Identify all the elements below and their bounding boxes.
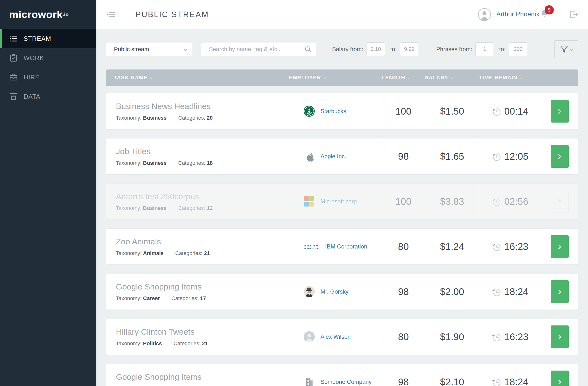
phrases-from-input[interactable] (475, 43, 494, 56)
employer-cell: Mr. Gorsky (289, 274, 382, 310)
time-remain-value: 02:56 (504, 196, 528, 207)
task-title: Job Titles (116, 147, 151, 156)
categories-label: Categories: (173, 341, 201, 346)
table-row: Google Shopping Items Taxonomy: Career C… (106, 273, 578, 310)
page-title: PUBLIC STREAM (135, 10, 209, 19)
employer-cell: Apple Inc. (289, 138, 382, 174)
open-task-button[interactable]: › (551, 100, 569, 123)
open-task-button[interactable]: › (551, 145, 569, 168)
taxonomy-value: Animals (143, 250, 164, 256)
task-meta: Taxonomy: Business Categories: 20 (116, 115, 213, 121)
taxonomy-label: Taxonomy: (116, 160, 142, 166)
employer-name[interactable]: IBM Corporation (325, 243, 367, 250)
column-time-remain[interactable]: TIME REMAIN▽ (479, 74, 541, 81)
taxonomy-value: Career (143, 295, 160, 301)
chevron-down-icon (184, 47, 188, 51)
sidebar-item-stream[interactable]: STREAM (0, 29, 96, 48)
task-title: Google Shopping Items (116, 282, 201, 292)
column-task-name[interactable]: TASK NAME▽ (106, 74, 289, 81)
logout-button[interactable] (559, 0, 588, 29)
salary-cell: $2.00 (425, 274, 479, 310)
action-cell: › (541, 138, 578, 174)
logout-icon (568, 9, 579, 20)
funnel-icon (560, 45, 568, 53)
column-length[interactable]: LENGTH▽ (382, 74, 425, 81)
length-cell: 98 (382, 364, 425, 386)
search-icon (305, 46, 311, 53)
sidebar-item-hire[interactable]: HIRE (0, 68, 96, 87)
categories-label: Categories: (175, 250, 202, 256)
salary-from-input[interactable] (367, 43, 385, 56)
task-cell: Anton's test 250corpus Taxonomy: Busines… (106, 183, 289, 219)
employer-name[interactable]: Microsoft corp. (320, 198, 358, 205)
task-meta: Taxonomy: Career Categories: 17 (116, 295, 206, 302)
salary-cell: $1.24 (425, 229, 479, 264)
collapse-sidebar-button[interactable] (96, 0, 125, 29)
filter-button[interactable] (554, 40, 578, 58)
user-name[interactable]: Arthur Phoenix (496, 11, 539, 18)
employer-cell: Starbucks (289, 93, 382, 129)
action-cell: × (541, 183, 578, 219)
task-title: Google Shopping Items (116, 372, 201, 382)
briefcase-icon (10, 73, 17, 81)
table-row: Google Shopping Items Taxonomy: IT Categ… (106, 364, 578, 386)
salary-cell: $3.83 (425, 183, 479, 219)
history-clock-icon (492, 107, 501, 116)
time-remain-value: 18:24 (504, 286, 528, 297)
task-title: Anton's test 250corpus (116, 192, 199, 201)
history-clock-icon (492, 242, 501, 251)
search-input[interactable] (201, 42, 316, 56)
filter-bar: Public stream Salary from: to: Phrases f… (96, 29, 588, 69)
employer-name[interactable]: Someone Company (320, 379, 372, 385)
categories-value: 21 (202, 341, 208, 346)
notifications-button[interactable]: 9 (539, 9, 549, 20)
length-cell: 98 (382, 138, 425, 174)
table-row: Job Titles Taxonomy: Business Categories… (106, 138, 578, 174)
task-cell: Google Shopping Items Taxonomy: IT Categ… (106, 364, 289, 386)
time-remain-value: 00:14 (504, 106, 528, 117)
action-cell: › (541, 274, 578, 310)
time-remain-cell: 12:05 (479, 138, 541, 174)
salary-to-input[interactable] (400, 43, 418, 56)
logo[interactable]: microwork.io (0, 0, 96, 29)
employer-name[interactable]: Mr. Gorsky (320, 288, 348, 295)
open-task-button[interactable]: › (551, 371, 569, 386)
time-remain-value: 16:23 (504, 332, 528, 342)
archive-icon (10, 93, 17, 100)
column-employer[interactable]: EMPLOYER▽ (289, 74, 382, 81)
taxonomy-value: Politics (143, 341, 162, 346)
taxonomy-value: Business (143, 205, 167, 211)
employer-logo: IBM (304, 242, 319, 251)
sidebar-item-data[interactable]: DATA (0, 87, 96, 106)
sidebar-item-work[interactable]: WORK (0, 48, 96, 68)
avatar[interactable] (478, 7, 491, 22)
employer-name[interactable]: Alex Wilson (320, 333, 351, 340)
sidebar-item-label: DATA (24, 93, 40, 100)
time-remain-value: 18:24 (504, 377, 528, 386)
main-content: Public stream Salary from: to: Phrases f… (96, 29, 588, 386)
open-task-button[interactable]: › (551, 235, 569, 258)
employer-name[interactable]: Starbucks (320, 108, 346, 114)
column-salary[interactable]: SALARY▽ (425, 74, 479, 81)
user-block: Arthur Phoenix 9 (463, 0, 559, 29)
sidebar-item-label: HIRE (24, 74, 40, 81)
time-remain-cell: 00:14 (479, 93, 541, 129)
sort-icon: ▽ (451, 76, 454, 80)
employer-logo (304, 331, 315, 342)
stream-select[interactable]: Public stream (106, 42, 192, 56)
employer-cell: Someone Company (289, 364, 382, 386)
open-task-button[interactable]: › (551, 325, 569, 348)
open-task-button[interactable]: › (551, 280, 569, 303)
phrases-to-input[interactable] (509, 43, 527, 56)
sort-icon: ▽ (323, 76, 326, 80)
taxonomy-label: Taxonomy: (116, 341, 142, 346)
task-cell: Business News Headlines Taxonomy: Busine… (106, 93, 289, 129)
action-cell: › (541, 319, 578, 355)
task-meta: Taxonomy: Politics Categories: 21 (116, 341, 208, 347)
employer-logo (304, 286, 315, 297)
salary-cell: $1.90 (425, 319, 479, 355)
employer-logo (304, 151, 315, 162)
employer-name[interactable]: Apple Inc. (320, 153, 346, 160)
dismiss-task-button[interactable]: × (551, 190, 569, 213)
employer-cell: IBM IBM Corporation (289, 229, 382, 264)
